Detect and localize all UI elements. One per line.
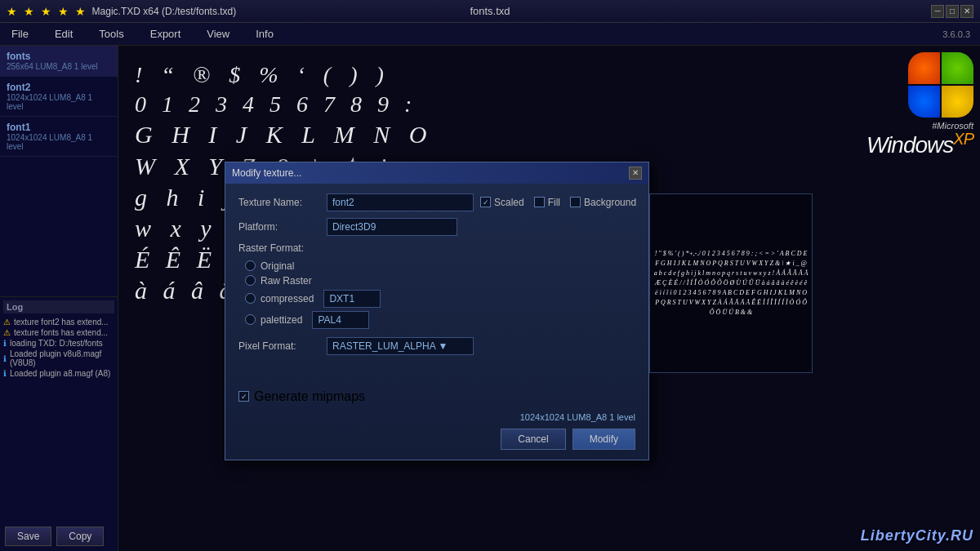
generate-mipmaps-label: Generate mipmaps — [254, 389, 365, 404]
compressed-radio-item: compressed — [245, 290, 636, 308]
palettized-radio[interactable] — [245, 314, 256, 325]
menu-export[interactable]: Export — [145, 26, 186, 42]
raster-format-group: Original Raw Raster compressed — [245, 260, 636, 329]
asset-desc-fonts: 256x64 LUM8_A8 1 level — [7, 62, 111, 71]
scaled-label: Scaled — [494, 197, 524, 208]
minimize-button[interactable]: ─ — [931, 5, 944, 18]
palettized-label: palettized — [261, 314, 302, 326]
save-button[interactable]: Save — [5, 527, 51, 546]
warn-icon-0: ⚠ — [3, 318, 11, 327]
log-entry-2: ℹ loading TXD: D:/test/fonts — [3, 338, 114, 349]
palettized-radio-item: palettized — [245, 311, 636, 329]
flag-yellow — [942, 86, 973, 118]
flag-green — [942, 52, 973, 84]
left-panel: fonts 256x64 LUM8_A8 1 level font2 1024x… — [0, 46, 118, 551]
menu-edit[interactable]: Edit — [50, 26, 78, 42]
window-title: fonts.txd — [470, 5, 510, 17]
fill-checkbox-item: Fill — [534, 197, 560, 208]
menu-info[interactable]: Info — [251, 26, 278, 42]
generate-mipmaps-checkbox[interactable] — [238, 391, 249, 402]
menu-view[interactable]: View — [202, 26, 234, 42]
warn-icon-1: ⚠ — [3, 328, 11, 337]
log-entry-4: ℹ Loaded plugin a8.magf (A8) — [3, 368, 114, 379]
close-button[interactable]: ✕ — [960, 5, 973, 18]
menu-tools[interactable]: Tools — [94, 26, 128, 42]
modal-body: Texture Name: Scaled Fill — [225, 184, 648, 383]
asset-item-font2[interactable]: font2 1024x1024 LUM8_A8 1 level — [0, 77, 118, 117]
raster-format-row: Raster Format: — [238, 242, 636, 254]
libertycity-domain: .RU — [946, 527, 973, 544]
modal-close-button[interactable]: ✕ — [629, 167, 642, 180]
titlebar-left: ★ ★ ★ ★ ★ Magic.TXD x64 (D:/test/fonts.t… — [7, 5, 236, 18]
fill-checkbox[interactable] — [534, 197, 545, 207]
info-icon-4: ℹ — [3, 369, 7, 378]
log-title: Log — [3, 300, 114, 313]
main-layout: fonts 256x64 LUM8_A8 1 level font2 1024x… — [0, 46, 980, 551]
winxp-xp-label: XP — [953, 130, 973, 148]
log-text-2: loading TXD: D:/test/fonts — [10, 339, 103, 348]
modal-buttons: Cancel Modify — [238, 429, 635, 450]
log-text-1: texture fonts has extend... — [14, 328, 108, 337]
titlebar-controls: ─ □ ✕ — [931, 5, 973, 18]
pixel-format-row: Pixel Format: RASTER_LUM_ALPHA ▼ — [238, 337, 636, 355]
asset-name-font2: font2 — [7, 82, 111, 93]
log-text-4: Loaded plugin a8.magf (A8) — [10, 369, 110, 378]
flag-blue — [908, 86, 940, 118]
asset-desc-font2: 1024x1024 LUM8_A8 1 level — [7, 93, 111, 111]
modify-texture-dialog: Modify texture... ✕ Texture Name: — [225, 162, 649, 460]
winxp-windows-text: WindowsXP — [866, 131, 973, 157]
modal-right-col: ! " $ % ' ( ) *+,-./ 0 1 2 3 4 5 6 7 8 9… — [649, 193, 813, 373]
libertycity-text: LibertyCity — [861, 527, 946, 544]
texture-name-input[interactable] — [327, 193, 474, 211]
titlebar-title: Magic.TXD x64 (D:/test/fonts.txd) — [92, 6, 237, 17]
cancel-button[interactable]: Cancel — [501, 429, 565, 450]
platform-label: Platform: — [238, 221, 320, 233]
maximize-button[interactable]: □ — [946, 5, 959, 18]
original-label: Original — [261, 260, 294, 272]
texture-name-label: Texture Name: — [238, 197, 320, 208]
info-icon-3: ℹ — [3, 354, 7, 363]
asset-name-fonts: fonts — [7, 51, 111, 62]
menubar: File Edit Tools Export View Info 3.6.0.3 — [0, 23, 980, 46]
platform-input[interactable] — [327, 218, 457, 236]
scaled-checkbox-item: Scaled — [480, 197, 524, 208]
modal-titlebar: Modify texture... ✕ — [225, 162, 648, 184]
modal-info: 1024x1024 LUM8_A8 1 level — [238, 412, 635, 422]
asset-item-font1[interactable]: font1 1024x1024 LUM8_A8 1 level — [0, 117, 118, 157]
log-panel: Log ⚠ texture font2 has extend... ⚠ text… — [0, 296, 118, 522]
winxp-flag — [908, 52, 973, 118]
log-text-3: Loaded plugin v8u8.magf (V8U8) — [10, 349, 114, 367]
scaled-checkbox[interactable] — [480, 197, 491, 207]
generate-mipmaps-row: Generate mipmaps — [238, 389, 635, 404]
compressed-format-input[interactable] — [323, 290, 381, 308]
menu-file[interactable]: File — [7, 26, 33, 42]
asset-desc-font1: 1024x1024 LUM8_A8 1 level — [7, 133, 111, 151]
original-radio[interactable] — [245, 260, 256, 271]
raw-raster-radio-item: Raw Raster — [245, 275, 636, 287]
log-entry-1: ⚠ texture fonts has extend... — [3, 327, 114, 338]
asset-item-fonts[interactable]: fonts 256x64 LUM8_A8 1 level — [0, 46, 118, 77]
modal-preview: ! " $ % ' ( ) *+,-./ 0 1 2 3 4 5 6 7 8 9… — [649, 193, 813, 373]
checkbox-group: Scaled Fill Background — [480, 197, 636, 208]
pixel-format-select[interactable]: RASTER_LUM_ALPHA ▼ — [327, 337, 474, 355]
background-checkbox[interactable] — [570, 197, 581, 207]
modal-left-col: Texture Name: Scaled Fill — [238, 193, 636, 373]
modify-button[interactable]: Modify — [572, 429, 635, 450]
titlebar: ★ ★ ★ ★ ★ Magic.TXD x64 (D:/test/fonts.t… — [0, 0, 980, 23]
winxp-windows-label: Windows — [866, 132, 953, 158]
palettized-format-input[interactable] — [312, 311, 369, 329]
copy-button[interactable]: Copy — [56, 527, 104, 546]
log-entry-0: ⚠ texture font2 has extend... — [3, 317, 114, 327]
raw-raster-label: Raw Raster — [261, 275, 312, 287]
modal-two-col: Texture Name: Scaled Fill — [238, 193, 635, 373]
winxp-logo: #Microsoft WindowsXP — [800, 46, 980, 176]
flag-red — [908, 52, 940, 84]
pixel-format-label: Pixel Format: — [238, 340, 320, 352]
raster-format-label: Raster Format: — [238, 242, 320, 254]
asset-name-font1: font1 — [7, 122, 111, 133]
modal-footer: Generate mipmaps 1024x1024 LUM8_A8 1 lev… — [225, 383, 648, 460]
canvas-area: ! “ ® $ % ‘ ( ) ) 0 1 2 3 4 5 6 7 8 9 : … — [118, 46, 980, 551]
platform-row: Platform: — [238, 218, 636, 236]
raw-raster-radio[interactable] — [245, 275, 256, 286]
compressed-radio[interactable] — [245, 293, 256, 304]
